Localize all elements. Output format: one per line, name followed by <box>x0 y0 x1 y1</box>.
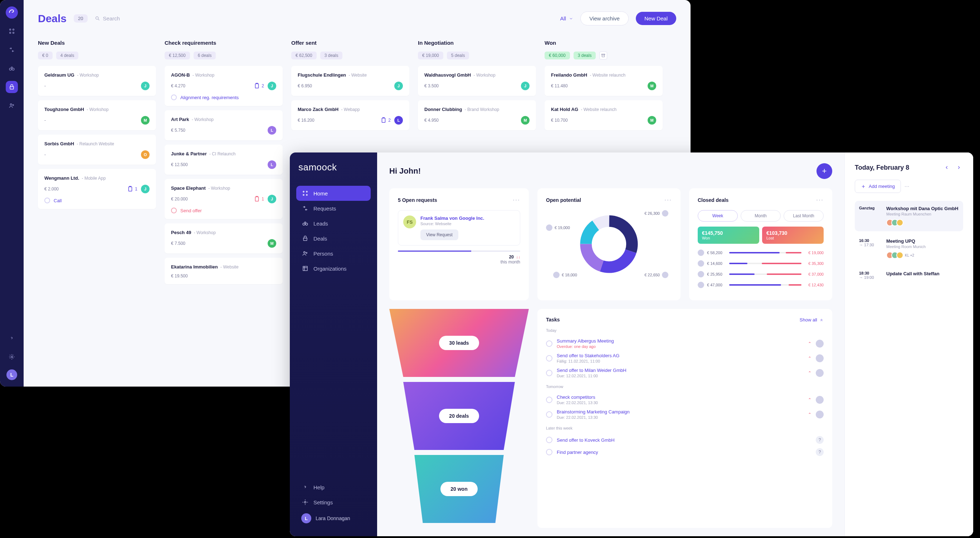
settings-icon[interactable] <box>6 351 18 363</box>
more-icon[interactable]: ··· <box>513 196 520 204</box>
svg-point-0 <box>10 29 11 30</box>
deal-card[interactable]: Donner Clubbing - Brand Workshop € 4.950… <box>418 100 536 130</box>
segment-week[interactable]: Week <box>698 210 738 221</box>
deal-card[interactable]: Pesch 49 - Workshop € 7.500 M <box>165 223 283 253</box>
assignee-avatar <box>816 396 824 404</box>
donut-chart <box>579 214 640 275</box>
nav-help[interactable]: Help <box>296 480 371 495</box>
agenda-event[interactable]: 18:30→ 19:00 Update Call with Steffan <box>855 266 963 285</box>
task-row[interactable]: Send offer to Milan Weider GmbHDue: 12.0… <box>546 366 824 380</box>
more-icon[interactable]: ··· <box>816 196 824 204</box>
task-checkbox[interactable] <box>546 370 552 376</box>
segment-month[interactable]: Month <box>741 210 781 221</box>
search-icon <box>95 16 100 21</box>
task-row[interactable]: Check competitorsDue: 22.02.2021, 13:30 … <box>546 392 824 407</box>
archive-icon[interactable] <box>599 51 607 59</box>
task-row[interactable]: Send offer to Stakeholders AGFällig: 11.… <box>546 351 824 366</box>
task-checkbox[interactable] <box>546 449 552 455</box>
task-checkbox[interactable] <box>546 355 552 361</box>
view-request-button[interactable]: View Request <box>420 229 458 240</box>
nav-leads[interactable]: Leads <box>296 216 371 231</box>
svg-point-22 <box>306 252 307 253</box>
nav-requests[interactable]: Requests <box>296 201 371 216</box>
priority-icon: ⌃ <box>808 341 811 346</box>
checkbox-ring[interactable] <box>171 208 177 213</box>
deals-header: Deals 20 Search All View archive New Dea… <box>38 11 676 25</box>
deals-count-badge: 20 <box>74 14 87 22</box>
svg-point-2 <box>10 32 11 33</box>
prev-day-button[interactable] <box>942 163 951 172</box>
chevron-down-icon <box>569 16 573 21</box>
nav-deals[interactable]: Deals <box>296 231 371 246</box>
task-checkbox[interactable] <box>546 437 552 443</box>
task-row[interactable]: Summary Albergus MeetingOverdue: one day… <box>546 336 824 351</box>
deal-card[interactable]: Waldhausvogl GmbH - Workshop € 3.500 J <box>418 66 536 96</box>
shuffle-icon[interactable] <box>6 44 18 56</box>
request-card[interactable]: FS Frank Salma von Google Inc. Source: W… <box>398 210 520 245</box>
svg-point-21 <box>304 251 305 253</box>
help-icon[interactable] <box>6 332 18 344</box>
nav-user[interactable]: L Lara Donnagan <box>296 510 371 527</box>
task-row[interactable]: Find partner agency ? <box>546 446 824 458</box>
add-meeting-button[interactable]: Add meeting <box>855 180 901 193</box>
show-all-link[interactable]: Show all <box>800 317 824 323</box>
task-row[interactable]: Brainstorming Marketing CampaignDue: 22.… <box>546 407 824 422</box>
svg-point-17 <box>303 194 304 196</box>
new-deal-button[interactable]: New Deal <box>636 12 676 25</box>
deal-card[interactable]: Sorbis GmbH - Relaunch Website - O <box>38 135 156 165</box>
checkbox-ring[interactable] <box>171 94 177 100</box>
add-button[interactable]: + <box>816 163 832 179</box>
filter-dropdown[interactable]: All <box>560 15 574 21</box>
people-icon[interactable] <box>6 100 18 112</box>
assignee-avatar <box>816 340 824 348</box>
svg-point-4 <box>9 68 11 70</box>
svg-point-7 <box>13 105 14 106</box>
nav-home[interactable]: Home <box>296 186 371 201</box>
widget-open-requests: 5 Open requests ··· FS Frank Salma von G… <box>389 188 529 300</box>
deal-card[interactable]: Art Park - Workshop € 5.750 L <box>165 110 283 140</box>
assignee-avatar: M <box>648 81 656 90</box>
nav-settings[interactable]: Settings <box>296 495 371 510</box>
task-checkbox[interactable] <box>546 396 552 403</box>
plus-icon <box>861 184 866 189</box>
task-row[interactable]: Send offer to Koveck GmbH ? <box>546 434 824 446</box>
user-avatar[interactable]: L <box>6 369 17 380</box>
user-row: € 14,600€ 35,300 <box>698 260 824 267</box>
svg-rect-14 <box>602 54 605 55</box>
search-input[interactable]: Search <box>95 15 120 21</box>
agenda-event[interactable]: Ganztag Workshop mit Dana Optic GmbHMeet… <box>855 201 963 231</box>
view-archive-button[interactable]: View archive <box>580 11 628 25</box>
task-checkbox[interactable] <box>546 411 552 418</box>
more-icon[interactable]: ··· <box>905 183 909 190</box>
deal-card[interactable]: Junke & Partner - CI Relaunch € 12.500 L <box>165 145 283 175</box>
more-icon[interactable]: ··· <box>664 196 672 204</box>
deal-card[interactable]: Kat Hold AG - Website relaunch € 10.700 … <box>544 100 663 130</box>
deal-card[interactable]: Wengmann Ltd. - Mobile App € 2.000 1JCal… <box>38 169 156 209</box>
task-checkbox[interactable] <box>546 341 552 347</box>
nav-organizations[interactable]: Organizations <box>296 261 371 276</box>
dashboard-sidebar: samoock HomeRequestsLeadsDealsPersonsOrg… <box>290 153 377 536</box>
checkbox-ring[interactable] <box>45 197 50 203</box>
deal-card[interactable]: Marco Zack GmbH - Webapp € 16.200 2L <box>291 100 409 130</box>
deals-sidebar: L <box>0 0 24 387</box>
widget-open-potential: Open potential ··· € 26,300 € 19,000 <box>538 188 681 300</box>
deal-card[interactable]: AGON-B - Workshop € 4.270 2JAlignment re… <box>165 66 283 106</box>
nav-persons[interactable]: Persons <box>296 246 371 261</box>
deal-card[interactable]: Geldraum UG - Workshop - J <box>38 66 156 96</box>
agenda-event[interactable]: 16:30→ 17:30 Meeting UPQMeeting Room Mun… <box>855 233 963 264</box>
apps-icon[interactable] <box>6 25 18 37</box>
trend-down-icon: ↓↓ <box>516 255 520 259</box>
user-row: € 58,200€ 19,000 <box>698 250 824 256</box>
segment-last-month[interactable]: Last Month <box>784 210 824 221</box>
deals-icon[interactable] <box>6 81 18 93</box>
assignee-avatar: M <box>141 116 150 124</box>
deal-card[interactable]: Space Elephant - Workshop € 20.000 1JSen… <box>165 179 283 219</box>
deal-card[interactable]: Ekatarina Immobilien - Website € 19.500 <box>165 258 283 284</box>
binoculars-icon[interactable] <box>6 62 18 75</box>
assignee-avatar <box>816 411 824 419</box>
deal-card[interactable]: Freilando GmbH - Website relaunch € 11.4… <box>544 66 663 96</box>
deal-card[interactable]: Toughzone GmbH - Workshop - M <box>38 100 156 130</box>
next-day-button[interactable] <box>955 163 963 172</box>
clipboard-icon <box>380 117 387 124</box>
deal-card[interactable]: Flugschule Endlingen - Website € 6.950 J <box>291 66 409 96</box>
